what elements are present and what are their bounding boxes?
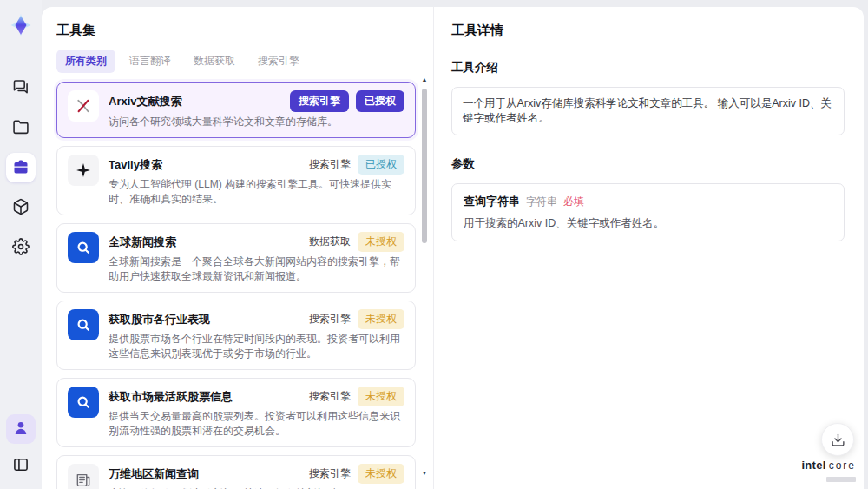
tool-card-body: 万维地区新闻查询 搜索引擎 未授权 查询具体行政区划内的新闻，快速了解各地新闻动 [108,464,404,489]
sidebar-item-files[interactable] [6,113,36,142]
tool-name: Arxiv文献搜索 [108,94,182,109]
scrollbar-up-icon[interactable]: ▲ [419,76,430,83]
sidebar [0,0,42,489]
parameter-type: 字符串 [526,195,557,209]
tool-card[interactable]: Tavily搜索 搜索引擎 已授权 专为人工智能代理 (LLM) 构建的搜索引擎… [56,146,416,215]
intro-text: 一个用于从Arxiv存储库搜索科学论文和文章的工具。 输入可以是Arxiv ID… [451,87,845,135]
category-tab[interactable]: 所有类别 [56,50,115,73]
parameter-description: 用于搜索的Arxiv ID、关键字或作者姓名。 [464,216,832,231]
sidebar-item-chat[interactable] [6,73,36,102]
sidebar-nav [6,73,36,262]
user-icon [12,420,30,439]
download-button[interactable] [821,423,854,456]
params-list: 查询字符串 字符串 必填 用于搜索的Arxiv ID、关键字或作者姓名。 [451,183,845,241]
sidebar-item-settings[interactable] [6,233,36,262]
tool-auth-badge: 已授权 [356,90,404,112]
sidebar-bottom [6,414,36,480]
tool-card[interactable]: 获取股市各行业表现 搜索引擎 未授权 提供股票市场各个行业在特定时间段内的表现。… [56,301,416,370]
tool-card-header: 获取市场最活跃股票信息 搜索引擎 未授权 [108,387,404,406]
params-heading: 参数 [451,156,845,172]
tool-category-badge: 搜索引擎 [290,90,349,112]
panel-icon [12,456,30,476]
tool-description: 提供股票市场各个行业在特定时间段内的表现。投资者可以利用这些信息来识别表现优于或… [108,332,404,361]
sidebar-item-tools[interactable] [6,153,36,182]
tool-category-badge: 搜索引擎 [309,157,351,172]
tool-name: 获取股市各行业表现 [108,312,210,327]
parameter-name: 查询字符串 [464,194,520,209]
tool-description: 访问各个研究领域大量科学论文和文章的存储库。 [108,115,404,129]
parameter-required-badge: 必填 [563,195,584,209]
tool-category-badge: 搜索引擎 [309,466,351,481]
chat-icon [12,78,30,98]
tool-auth-badge: 未授权 [358,309,404,329]
parameter-card: 查询字符串 字符串 必填 用于搜索的Arxiv ID、关键字或作者姓名。 [451,183,845,241]
tavily-icon [68,155,99,186]
arxiv-icon [68,90,99,122]
category-tab[interactable]: 数据获取 [185,50,244,73]
tool-card-header: 万维地区新闻查询 搜索引擎 未授权 [108,464,404,484]
tool-auth-badge: 已授权 [358,155,404,175]
sidebar-item-collapse[interactable] [6,451,36,480]
details-title: 工具详情 [451,23,845,39]
intel-core-logo: intelcore [801,459,856,483]
brand-core: core [829,459,856,472]
tool-card-header: 获取股市各行业表现 搜索引擎 未授权 [108,309,404,329]
tool-card[interactable]: 全球新闻搜索 数据获取 未授权 全球新闻搜索是一个聚合全球各大新闻网站内容的搜索… [56,223,416,293]
app-logo-icon[interactable] [6,10,36,40]
gear-icon [12,238,30,258]
tool-card-body: Arxiv文献搜索 搜索引擎 已授权 访问各个研究领域大量科学论文和文章的存储库… [108,90,404,129]
tool-description: 全球新闻搜索是一个聚合全球各大新闻网站内容的搜索引擎，帮助用户快速获取全球最新资… [108,254,404,284]
tool-card-header: Tavily搜索 搜索引擎 已授权 [108,155,404,175]
tool-category-badge: 搜索引擎 [309,389,351,404]
brand-intel: intel [801,459,825,472]
category-tab[interactable]: 搜索引擎 [249,50,308,73]
briefcase-icon [12,158,30,178]
scrollbar-thumb[interactable] [422,89,427,243]
tool-card-header: Arxiv文献搜索 搜索引擎 已授权 [108,90,404,112]
category-tab[interactable]: 语言翻译 [121,50,180,73]
scrollbar-down-icon[interactable]: ▼ [419,470,430,477]
tool-name: 万维地区新闻查询 [108,466,199,482]
news-icon [68,464,99,489]
tool-name: 获取市场最活跃股票信息 [108,389,233,405]
sidebar-item-models[interactable] [6,193,36,222]
tool-name: 全球新闻搜索 [108,235,176,250]
tool-card-body: Tavily搜索 搜索引擎 已授权 专为人工智能代理 (LLM) 构建的搜索引擎… [108,155,404,207]
sidebar-item-account[interactable] [6,414,36,444]
searchblue-icon [68,232,99,263]
tool-card-header: 全球新闻搜索 数据获取 未授权 [108,232,404,252]
main-content: 工具集 所有类别 语言翻译 数据获取 搜索引擎 Arxiv文献搜索 [42,7,864,489]
tool-card-body: 全球新闻搜索 数据获取 未授权 全球新闻搜索是一个聚合全球各大新闻网站内容的搜索… [108,232,404,284]
page-title: 工具集 [56,23,433,39]
tool-card[interactable]: 万维地区新闻查询 搜索引擎 未授权 查询具体行政区划内的新闻，快速了解各地新闻动 [56,455,416,489]
tool-auth-badge: 未授权 [358,232,404,252]
tool-category-badge: 搜索引擎 [309,312,351,327]
tool-name: Tavily搜索 [108,157,162,173]
tools-list: Arxiv文献搜索 搜索引擎 已授权 访问各个研究领域大量科学论文和文章的存储库… [56,82,416,489]
tool-description: 专为人工智能代理 (LLM) 构建的搜索引擎工具。可快速提供实时、准确和真实的结… [108,177,404,207]
tool-card[interactable]: 获取市场最活跃股票信息 搜索引擎 未授权 提供当天交易量最高的股票列表。投资者可… [56,378,416,447]
tool-details-panel: 工具详情 工具介绍 一个用于从Arxiv存储库搜索科学论文和文章的工具。 输入可… [434,7,864,489]
tools-scrollbar[interactable]: ▲ ▼ [419,76,430,477]
tool-card-body: 获取市场最活跃股票信息 搜索引擎 未授权 提供当天交易量最高的股票列表。投资者可… [108,387,404,439]
searchblue-icon [68,387,99,418]
cube-icon [12,198,30,218]
searchblue-icon [68,309,99,340]
tools-panel: 工具集 所有类别 语言翻译 数据获取 搜索引擎 Arxiv文献搜索 [42,7,434,489]
category-tabs: 所有类别 语言翻译 数据获取 搜索引擎 [56,50,433,73]
parameter-header: 查询字符串 字符串 必填 [464,194,832,209]
intel-ultra-badge [826,477,856,482]
tool-auth-badge: 未授权 [358,464,404,484]
download-icon [831,433,845,447]
tool-card-body: 获取股市各行业表现 搜索引擎 未授权 提供股票市场各个行业在特定时间段内的表现。… [108,309,404,361]
tool-description: 提供当天交易量最高的股票列表。投资者可以利用这些信息来识别流动性强的股票和潜在的… [108,409,404,439]
folder-icon [12,118,30,138]
tool-auth-badge: 未授权 [358,387,404,406]
tool-category-badge: 数据获取 [309,235,351,249]
tool-card[interactable]: Arxiv文献搜索 搜索引擎 已授权 访问各个研究领域大量科学论文和文章的存储库… [56,82,416,138]
intro-heading: 工具介绍 [451,60,845,76]
